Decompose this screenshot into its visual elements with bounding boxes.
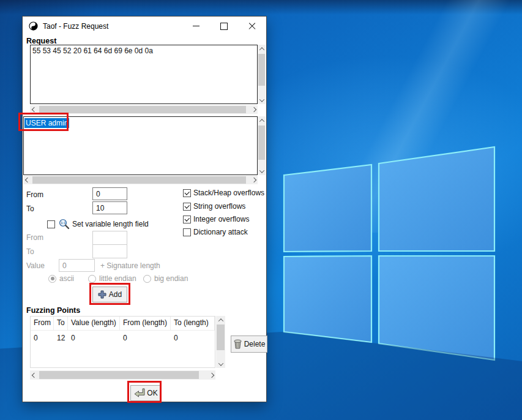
window-controls — [182, 17, 266, 36]
radio-circle[interactable] — [88, 275, 96, 283]
scroll-left-arrow-icon[interactable] — [30, 105, 38, 114]
scroll-up-arrow-icon[interactable] — [216, 316, 225, 324]
scroll-right-arrow-icon[interactable] — [250, 105, 258, 114]
column-header[interactable]: From — [31, 317, 54, 330]
scroll-right-arrow-icon[interactable] — [250, 176, 258, 184]
ok-button-label: OK — [147, 389, 157, 397]
radio-big-endian[interactable]: big endian — [143, 274, 188, 283]
decoded-horizontal-scrollbar[interactable] — [23, 176, 258, 184]
checkbox-set-variable-length[interactable]: 1:1 Set variable length field — [47, 219, 149, 230]
signature-length-suffix: + Signature length — [100, 261, 160, 270]
fuzz-request-dialog: Taof - Fuzz Request Request 55 53 45 52 … — [22, 16, 267, 402]
scroll-left-arrow-icon[interactable] — [23, 176, 31, 184]
maximize-button[interactable] — [210, 17, 238, 36]
magnifier-icon: 1:1 — [59, 219, 70, 230]
radio-ascii[interactable]: ascii — [48, 274, 74, 283]
close-icon — [248, 23, 256, 30]
scroll-up-arrow-icon[interactable] — [258, 116, 266, 124]
return-arrow-icon — [133, 388, 145, 398]
checkbox-box[interactable] — [183, 189, 191, 197]
varlen-value-input[interactable] — [59, 259, 95, 272]
maximize-icon — [220, 23, 228, 30]
decoded-vertical-scrollbar[interactable] — [258, 116, 266, 175]
minimize-button[interactable] — [182, 17, 210, 36]
checkbox-box[interactable] — [183, 203, 191, 211]
checkbox-integer-overflows[interactable]: Integer overflows — [183, 215, 249, 223]
table-cell: 0 — [68, 331, 120, 342]
add-button-label: Add — [109, 290, 122, 299]
scroll-up-arrow-icon[interactable] — [258, 45, 266, 53]
column-header[interactable]: To — [54, 317, 68, 330]
table-cell: 0 — [120, 331, 171, 342]
checkbox-dictionary-attack[interactable]: Dictionary attack — [183, 228, 248, 236]
fuzzing-points-label: Fuzzing Points — [26, 306, 80, 315]
checkbox-box[interactable] — [183, 216, 191, 223]
minimize-icon — [193, 26, 199, 26]
taof-yinyang-icon — [28, 21, 38, 31]
selected-text[interactable]: USER admin — [24, 118, 69, 128]
radio-little-endian[interactable]: little endian — [88, 274, 136, 283]
to-label: To — [26, 204, 34, 213]
request-label: Request — [26, 37, 56, 45]
table-cell: 12 — [54, 331, 68, 342]
scroll-down-arrow-icon[interactable] — [216, 360, 225, 368]
request-hex-content: 55 53 45 52 20 61 64 6d 69 6e 0d 0a — [31, 45, 257, 55]
varlen-to-label: To — [26, 247, 34, 256]
window-title: Taof - Fuzz Request — [43, 22, 108, 31]
titlebar[interactable]: Taof - Fuzz Request — [23, 17, 266, 36]
column-header[interactable]: Value (length) — [68, 317, 120, 330]
table-vertical-scrollbar[interactable] — [216, 316, 225, 368]
table-cell: 0 — [171, 331, 215, 342]
close-button[interactable] — [238, 17, 266, 36]
scroll-left-arrow-icon[interactable] — [30, 370, 38, 380]
request-hex-textarea[interactable]: 55 53 45 52 20 61 64 6d 69 6e 0d 0a — [30, 45, 258, 104]
scroll-down-arrow-icon[interactable] — [258, 96, 266, 104]
add-button[interactable]: Add — [92, 287, 127, 302]
scroll-right-arrow-icon[interactable] — [207, 370, 215, 380]
table-header-row: From To Value (length) From (length) To … — [31, 317, 215, 331]
checkbox-string-overflows[interactable]: String overflows — [183, 202, 245, 211]
radio-circle[interactable] — [143, 275, 151, 283]
table-horizontal-scrollbar[interactable] — [30, 370, 215, 380]
radio-circle[interactable] — [48, 275, 56, 283]
from-input[interactable] — [92, 187, 127, 200]
checkbox-box[interactable] — [47, 220, 55, 228]
ok-button[interactable]: OK — [130, 385, 161, 401]
desktop: Taof - Fuzz Request Request 55 53 45 52 … — [0, 0, 522, 420]
varlen-from-label: From — [26, 233, 43, 242]
column-header[interactable]: From (length) — [120, 317, 171, 330]
request-horizontal-scrollbar[interactable] — [30, 105, 258, 114]
delete-button[interactable]: Delete — [231, 336, 267, 353]
varlen-value-label: Value — [26, 261, 45, 270]
trash-icon — [233, 339, 242, 349]
checkbox-box[interactable] — [183, 228, 191, 236]
decoded-request-textarea[interactable]: USER admin — [23, 116, 258, 175]
varlen-from-input[interactable] — [92, 231, 127, 245]
plus-icon — [98, 290, 106, 299]
wallpaper-light-ray — [240, 0, 522, 233]
request-vertical-scrollbar[interactable] — [258, 45, 266, 104]
table-row[interactable]: 0 12 0 0 0 — [31, 331, 215, 342]
column-header[interactable]: To (length) — [171, 317, 215, 330]
fuzzing-points-table[interactable]: From To Value (length) From (length) To … — [30, 316, 215, 368]
varlen-to-input[interactable] — [92, 244, 127, 258]
svg-text:1:1: 1:1 — [61, 221, 65, 225]
checkbox-stack-heap-overflows[interactable]: Stack/Heap overflows — [183, 189, 264, 197]
from-label: From — [26, 190, 43, 199]
scroll-down-arrow-icon[interactable] — [258, 167, 266, 175]
to-input[interactable] — [92, 201, 127, 214]
table-cell: 0 — [31, 331, 54, 342]
delete-button-label: Delete — [244, 340, 266, 348]
